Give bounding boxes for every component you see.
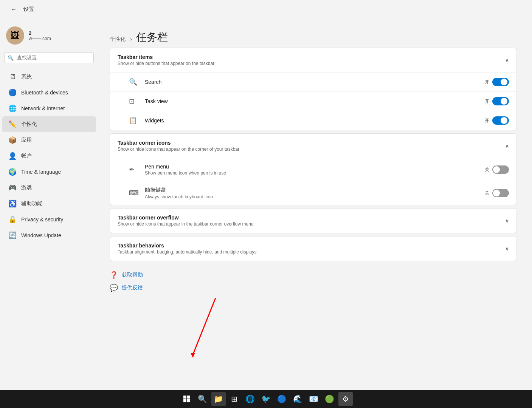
feedback-link[interactable]: 💬 提供反馈 bbox=[110, 281, 517, 294]
svg-rect-5 bbox=[187, 399, 190, 402]
touch-keyboard-info: 触摸键盘 Always show touch keyboard icon bbox=[145, 187, 485, 199]
bluetooth-icon: 🔵 bbox=[8, 88, 17, 97]
help-icon: ❓ bbox=[110, 271, 118, 279]
taskbar-browser1-button[interactable]: 🌐 bbox=[243, 392, 257, 406]
start-button[interactable] bbox=[180, 392, 194, 406]
search-item-title: Search bbox=[145, 79, 485, 85]
task-view-info: Task view bbox=[145, 98, 485, 104]
sidebar-item-bluetooth[interactable]: 🔵 Bluetooth & devices bbox=[2, 85, 96, 100]
pen-menu-icon: ✒ bbox=[129, 165, 140, 174]
sidebar-item-accounts[interactable]: 👤 帐户 bbox=[2, 148, 96, 164]
taskbar-corner-icons-card: Taskbar corner icons Show or hide icons … bbox=[110, 133, 517, 205]
windows-update-icon: 🔄 bbox=[8, 231, 17, 240]
pen-menu-info: Pen menu Show pen menu icon when pen is … bbox=[145, 164, 485, 176]
chevron-down-icon-2: ∨ bbox=[505, 246, 509, 252]
chrome2-icon: 🟢 bbox=[325, 394, 334, 403]
sidebar-item-label: Windows Update bbox=[21, 232, 61, 238]
file-explorer-icon: 📁 bbox=[214, 394, 223, 403]
task-view-toggle-container: 开 bbox=[485, 97, 509, 105]
taskbar-app1-button[interactable]: 🐦 bbox=[259, 392, 273, 406]
task-view-toggle[interactable] bbox=[492, 97, 509, 105]
taskbar-settings-button[interactable]: ⚙ bbox=[338, 392, 353, 406]
task-view-toggle-label: 开 bbox=[485, 98, 489, 105]
taskbar-search-button[interactable]: 🔍 bbox=[195, 392, 210, 406]
sidebar-item-windows-update[interactable]: 🔄 Windows Update bbox=[2, 227, 96, 243]
taskbar-corner-icons-header-left: Taskbar corner icons Show or hide icons … bbox=[118, 140, 239, 152]
widgets-toggle[interactable] bbox=[492, 116, 509, 125]
touch-keyboard-toggle-container: 关 bbox=[485, 189, 509, 197]
app-title: 设置 bbox=[23, 6, 34, 13]
taskbar-chrome-button[interactable]: 🔵 bbox=[275, 392, 289, 406]
sidebar-item-games[interactable]: 🎮 游戏 bbox=[2, 180, 96, 196]
taskbar-corner-overflow-card: Taskbar corner overflow Show or hide ico… bbox=[110, 208, 517, 233]
sidebar-item-accessibility[interactable]: ♿ 辅助功能 bbox=[2, 196, 96, 212]
taskbar-corner-icons-header[interactable]: Taskbar corner icons Show or hide icons … bbox=[110, 134, 516, 158]
sidebar-item-personalization[interactable]: ✏️ 个性化 bbox=[2, 116, 96, 132]
widgets-title: Widgets bbox=[145, 117, 485, 124]
touch-keyboard-item: ⌨ 触摸键盘 Always show touch keyboard icon 关 bbox=[110, 181, 516, 205]
back-button[interactable]: ← bbox=[8, 5, 20, 14]
network-icon: 🌐 bbox=[8, 104, 17, 113]
taskbar-chrome2-button[interactable]: 🟢 bbox=[323, 392, 337, 406]
user-name: 2 bbox=[29, 30, 51, 36]
taskbar-items-header[interactable]: Taskbar items Show or hide buttons that … bbox=[110, 48, 516, 72]
sidebar-item-label: 游戏 bbox=[21, 184, 32, 191]
taskbar-items-header-left: Taskbar items Show or hide buttons that … bbox=[118, 54, 214, 66]
taskbar-edge-button[interactable]: 🌊 bbox=[291, 392, 305, 406]
breadcrumb-separator: › bbox=[130, 36, 132, 42]
sidebar-item-apps[interactable]: 📦 应用 bbox=[2, 132, 96, 148]
taskbar-items-desc: Show or hide buttons that appear on the … bbox=[118, 61, 214, 66]
nav-list: 🖥 系统 🔵 Bluetooth & devices 🌐 Network & i… bbox=[0, 69, 98, 243]
sidebar-item-time[interactable]: 🌍 Time & language bbox=[2, 164, 96, 180]
windows-logo-icon bbox=[183, 396, 190, 402]
widgets-toggle-container: 开 bbox=[485, 116, 509, 125]
system-icon: 🖥 bbox=[8, 73, 17, 81]
touch-keyboard-title: 触摸键盘 bbox=[145, 187, 485, 193]
taskbar-corner-icons-title: Taskbar corner icons bbox=[118, 140, 239, 146]
title-bar: ← 设置 bbox=[0, 0, 532, 19]
help-link[interactable]: ❓ 获取帮助 bbox=[110, 269, 517, 281]
touch-keyboard-icon: ⌨ bbox=[129, 189, 140, 197]
taskbar-file-explorer-button[interactable]: 📁 bbox=[211, 392, 226, 406]
search-toggle-container: 开 bbox=[485, 78, 509, 86]
user-profile: 🖼 2 w——.com bbox=[0, 23, 98, 52]
taskbar-corner-overflow-header-left: Taskbar corner overflow Show or hide ico… bbox=[118, 215, 254, 227]
apps-icon: 📦 bbox=[8, 136, 17, 144]
sidebar-item-network[interactable]: 🌐 Network & internet bbox=[2, 100, 96, 116]
taskbar-search-icon: 🔍 bbox=[198, 394, 207, 403]
touch-keyboard-subtitle: Always show touch keyboard icon bbox=[145, 194, 485, 199]
breadcrumb-parent[interactable]: 个性化 bbox=[110, 36, 126, 42]
content-area: 个性化 › 任务栏 Taskbar items Show or hide but… bbox=[98, 19, 532, 390]
svg-line-0 bbox=[193, 298, 216, 355]
sidebar-item-label: 辅助功能 bbox=[21, 200, 42, 207]
red-arrow-annotation bbox=[185, 294, 261, 370]
pen-menu-item: ✒ Pen menu Show pen menu icon when pen i… bbox=[110, 158, 516, 181]
browser1-icon: 🌐 bbox=[245, 394, 255, 403]
taskbar-widgets-icon: ⊞ bbox=[231, 394, 237, 403]
sidebar-item-label: Time & language bbox=[21, 169, 61, 175]
taskbar-widgets-button[interactable]: ⊞ bbox=[227, 392, 242, 406]
search-toggle-label: 开 bbox=[485, 79, 489, 85]
search-box[interactable]: 🔍 bbox=[5, 52, 94, 63]
search-toggle[interactable] bbox=[492, 78, 509, 86]
taskbar-items-title: Taskbar items bbox=[118, 54, 214, 60]
pen-menu-toggle[interactable] bbox=[492, 165, 509, 174]
touch-keyboard-toggle[interactable] bbox=[492, 189, 509, 197]
taskbar-corner-overflow-title: Taskbar corner overflow bbox=[118, 215, 254, 221]
sidebar-item-system[interactable]: 🖥 系统 bbox=[2, 69, 96, 85]
edge-icon: 🌊 bbox=[293, 394, 302, 403]
sidebar-item-privacy[interactable]: 🔒 Privacy & security bbox=[2, 212, 96, 227]
user-info: 2 w——.com bbox=[29, 30, 51, 41]
taskbar: 🔍 📁 ⊞ 🌐 🐦 � bbox=[0, 390, 532, 408]
taskbar-app2-button[interactable]: 📧 bbox=[307, 392, 321, 406]
widgets-toggle-label: 开 bbox=[485, 117, 489, 124]
search-input[interactable] bbox=[5, 52, 94, 63]
taskbar-corner-overflow-header[interactable]: Taskbar corner overflow Show or hide ico… bbox=[110, 209, 516, 233]
taskbar-behaviors-header[interactable]: Taskbar behaviors Taskbar alignment, bad… bbox=[110, 236, 516, 261]
user-account: w——.com bbox=[29, 36, 51, 41]
games-icon: 🎮 bbox=[8, 184, 17, 192]
feedback-label: 提供反馈 bbox=[122, 284, 143, 291]
pen-menu-toggle-container: 关 bbox=[485, 165, 509, 174]
taskbar-corner-overflow-desc: Show or hide icons that appear in the ta… bbox=[118, 221, 254, 227]
taskbar-behaviors-desc: Taskbar alignment, badging, automaticall… bbox=[118, 249, 257, 255]
